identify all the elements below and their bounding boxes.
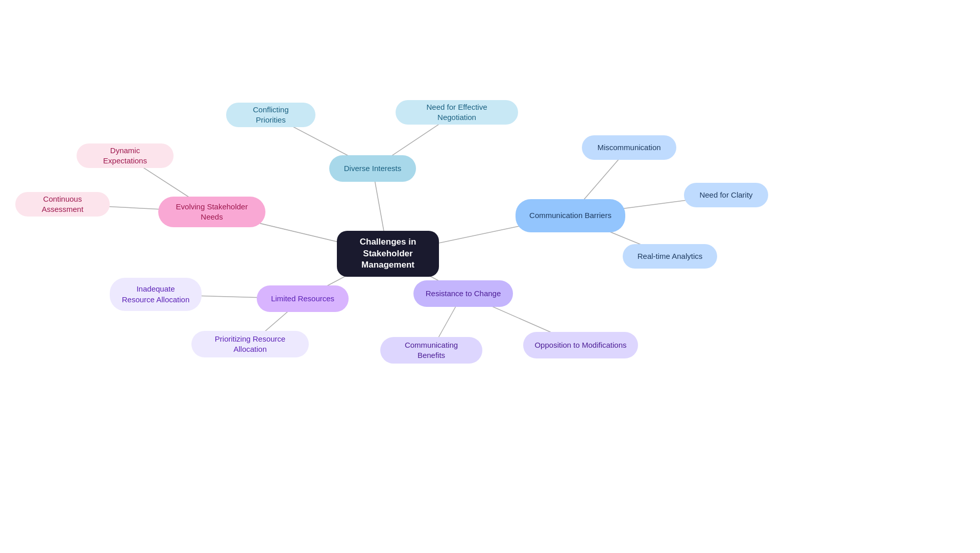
node-prioritizing-resource-allocation: Prioritizing Resource Allocation bbox=[191, 331, 309, 357]
node-real-time-analytics: Real-time Analytics bbox=[623, 244, 717, 269]
node-limited-resources: Limited Resources bbox=[257, 285, 349, 312]
node-evolving-stakeholder-needs: Evolving Stakeholder Needs bbox=[158, 197, 265, 227]
center-node: Challenges in StakeholderManagement bbox=[337, 231, 439, 277]
node-opposition-to-modifications: Opposition to Modifications bbox=[523, 332, 638, 358]
node-communication-barriers: Communication Barriers bbox=[516, 199, 625, 232]
node-diverse-interests: Diverse Interests bbox=[329, 155, 416, 182]
node-dynamic-expectations: Dynamic Expectations bbox=[77, 143, 174, 168]
node-need-for-clarity: Need for Clarity bbox=[684, 183, 768, 207]
node-inadequate-resource-allocation: Inadequate Resource Allocation bbox=[110, 278, 202, 311]
node-resistance-to-change: Resistance to Change bbox=[413, 280, 513, 307]
node-need-for-effective-negotiation: Need for Effective Negotiation bbox=[396, 100, 518, 125]
node-continuous-assessment: Continuous Assessment bbox=[15, 192, 110, 217]
node-miscommunication: Miscommunication bbox=[582, 135, 676, 160]
node-conflicting-priorities: Conflicting Priorities bbox=[226, 103, 315, 127]
node-communicating-benefits: Communicating Benefits bbox=[380, 337, 482, 364]
